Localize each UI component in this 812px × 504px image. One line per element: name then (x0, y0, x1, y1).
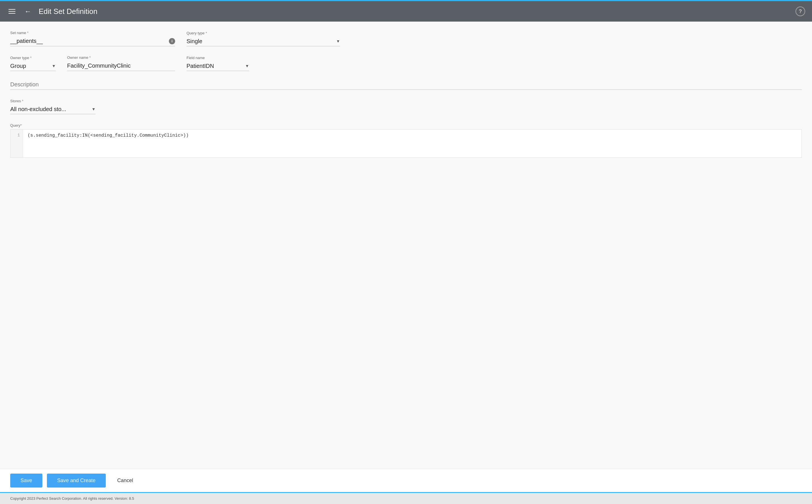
stores-select-row: All non-excluded sto... All stores Custo… (10, 105, 95, 114)
owner-type-select[interactable]: Group User System (10, 63, 51, 69)
stores-group: Stores * All non-excluded sto... All sto… (10, 99, 95, 114)
help-icon: ? (799, 9, 802, 14)
owner-name-group: Owner name * (67, 55, 175, 71)
field-name-select[interactable]: PatientIDN PatientID MRN (186, 63, 244, 69)
footer: Copyright 2023 Perfect Search Corporatio… (0, 492, 812, 504)
owner-name-input[interactable] (67, 61, 175, 71)
form-row-5: Query* 1 (s.sending_facility:IN(<sending… (10, 123, 802, 158)
info-icon[interactable]: i (169, 38, 175, 44)
description-input[interactable] (10, 80, 802, 90)
query-editor: 1 (s.sending_facility:IN(<sending_facili… (10, 129, 802, 158)
form-row-2: Owner type * Group User System ▼ Owner n… (10, 55, 802, 71)
query-type-label: Query type * (186, 31, 340, 35)
query-line-number: 1 (13, 133, 20, 138)
owner-type-arrow-icon: ▼ (52, 64, 56, 68)
query-type-group: Query type * Single Multiple ▼ (186, 31, 340, 46)
field-name-label: Field name (186, 56, 249, 60)
cancel-button[interactable]: Cancel (110, 474, 140, 488)
form-row-4: Stores * All non-excluded sto... All sto… (10, 99, 802, 114)
field-name-arrow-icon: ▼ (245, 64, 249, 68)
stores-select[interactable]: All non-excluded sto... All stores Custo… (10, 106, 90, 112)
menu-button[interactable] (7, 7, 17, 15)
save-and-create-button[interactable]: Save and Create (47, 474, 106, 488)
query-label: Query* (10, 123, 802, 128)
stores-required: * (22, 99, 23, 103)
owner-type-select-row: Group User System ▼ (10, 62, 56, 71)
query-required: * (20, 123, 22, 128)
owner-type-group: Owner type * Group User System ▼ (10, 56, 56, 71)
page-title: Edit Set Definition (39, 7, 790, 16)
form-row-3 (10, 80, 802, 90)
set-name-label: Set name * (10, 31, 175, 35)
query-line-numbers: 1 (11, 130, 23, 157)
set-name-input-row: i (10, 37, 175, 46)
field-name-select-row: PatientIDN PatientID MRN ▼ (186, 62, 249, 71)
query-code-area[interactable]: (s.sending_facility:IN(<sending_facility… (23, 130, 801, 157)
save-button[interactable]: Save (10, 474, 42, 488)
query-type-required: * (205, 31, 207, 35)
description-group (10, 80, 802, 90)
query-type-select[interactable]: Single Multiple (186, 38, 335, 44)
stores-label: Stores * (10, 99, 95, 103)
query-group: Query* 1 (s.sending_facility:IN(<sending… (10, 123, 802, 158)
action-bar: Save Save and Create Cancel (0, 469, 812, 492)
owner-type-required: * (30, 56, 32, 60)
main-content: Set name * i Query type * Single Multipl… (0, 22, 812, 469)
owner-type-label: Owner type * (10, 56, 56, 60)
back-arrow-icon: ← (24, 7, 31, 15)
back-button[interactable]: ← (23, 6, 33, 17)
owner-name-label: Owner name * (67, 55, 175, 60)
form-row-1: Set name * i Query type * Single Multipl… (10, 31, 802, 46)
set-name-input[interactable] (10, 38, 167, 44)
hamburger-icon (9, 9, 15, 14)
field-name-group: Field name PatientIDN PatientID MRN ▼ (186, 56, 249, 71)
owner-name-required: * (89, 55, 91, 60)
query-type-arrow-icon: ▼ (336, 39, 340, 43)
app-header: ← Edit Set Definition ? (0, 1, 812, 22)
footer-text: Copyright 2023 Perfect Search Corporatio… (10, 496, 134, 501)
query-type-select-row: Single Multiple ▼ (186, 37, 340, 46)
stores-arrow-icon: ▼ (92, 107, 95, 111)
set-name-group: Set name * i (10, 31, 175, 46)
set-name-required: * (27, 31, 28, 35)
help-button[interactable]: ? (796, 7, 805, 16)
